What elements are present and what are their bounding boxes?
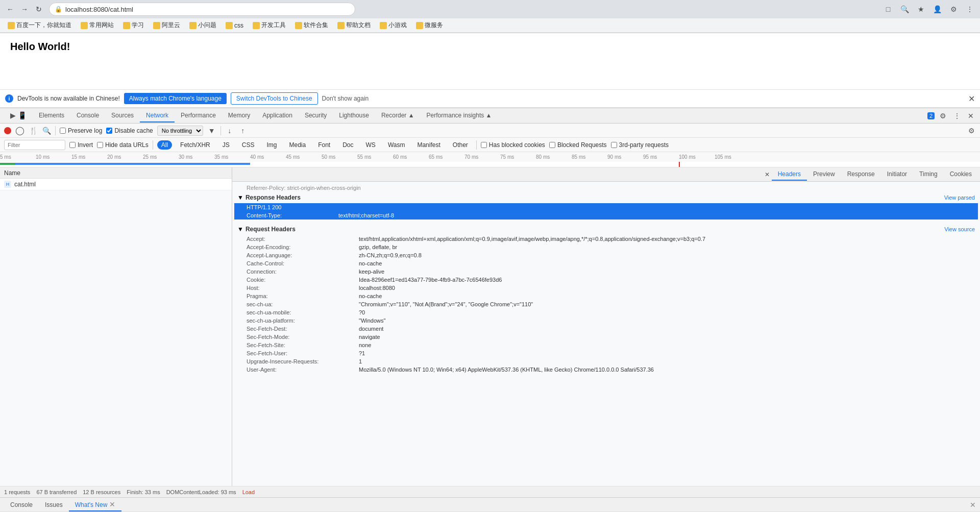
response-tab-preview[interactable]: Preview [807,168,841,181]
tab-network[interactable]: Network [140,109,175,123]
filter-ws[interactable]: WS [362,140,380,150]
devtools-tabs: ▶ 📱 Elements Console Sources Network Per… [0,108,980,124]
address-bar[interactable]: 🔒 localhost:8080/cat.html [49,3,355,16]
filter-wasm[interactable]: Wasm [384,140,409,150]
back-button[interactable]: ← [4,3,16,15]
menu-icon[interactable]: ⋮ [964,3,976,15]
settings-icon[interactable]: ⚙ [938,111,948,121]
bookmark-microservice[interactable]: 微服务 [413,20,446,31]
has-blocked-checkbox[interactable] [481,142,487,148]
bottom-tab-whats-new[interactable]: What's New ✕ [69,498,121,511]
bookmark-common[interactable]: 常用网站 [78,20,116,31]
close-bottom-icon[interactable]: ✕ [970,501,976,509]
response-tab-cookies[interactable]: Cookies [944,168,978,181]
badge-icon[interactable]: 2 [927,112,935,119]
third-party-label[interactable]: 3rd-party requests [611,141,669,149]
hide-data-urls-checkbox[interactable] [97,142,103,148]
filter-other[interactable]: Other [449,140,472,150]
disable-cache-label[interactable]: Disable cache [106,127,153,134]
more-icon[interactable]: ⋮ [951,111,963,121]
response-tab-response[interactable]: Response [841,168,881,181]
filter-fetch-xhr[interactable]: Fetch/XHR [176,140,214,150]
bookmark-software[interactable]: 软件合集 [292,20,331,31]
switch-chinese-button[interactable]: Switch DevTools to Chinese [231,92,318,105]
zoom-icon[interactable]: 🔍 [898,3,911,15]
devtools-panel: ▶ 📱 Elements Console Sources Network Per… [0,108,980,497]
inspect-icon[interactable]: ▶ [10,111,16,119]
filter-input[interactable] [4,140,65,150]
bookmark-study[interactable]: 学习 [120,20,146,31]
throttle-settings-icon[interactable]: ▼ [207,126,216,135]
filter-media[interactable]: Media [285,140,310,150]
view-parsed-link[interactable]: View parsed [944,194,975,201]
reload-button[interactable]: ↻ [33,3,45,15]
clear-button[interactable]: ◯ [15,126,24,135]
tab-performance[interactable]: Performance [175,109,222,123]
response-tab-initiator[interactable]: Initiator [881,168,913,181]
bookmark-issues[interactable]: 小问题 [187,20,219,31]
response-tab-headers[interactable]: Headers [772,168,807,181]
filter-all[interactable]: All [157,140,172,150]
tab-lighthouse[interactable]: Lighthouse [333,109,375,123]
response-headers-section[interactable]: ▼ Response Headers View parsed [234,192,978,203]
bottom-tab-console[interactable]: Console [4,499,39,510]
record-button[interactable] [4,127,11,134]
preserve-log-label[interactable]: Preserve log [60,127,102,134]
profile-icon[interactable]: 👤 [931,3,943,15]
bookmark-help[interactable]: 帮助文档 [335,20,373,31]
dont-show-again-button[interactable]: Don't show again [322,95,369,102]
blocked-requests-checkbox[interactable] [549,142,555,148]
notification-close-icon[interactable]: ✕ [968,94,975,104]
import-icon[interactable]: ↓ [225,126,234,135]
blocked-requests-label[interactable]: Blocked Requests [549,141,607,149]
tab-recorder[interactable]: Recorder ▲ [375,109,421,123]
hide-data-urls-label[interactable]: Hide data URLs [97,141,149,149]
network-row-cathtml[interactable]: H cat.html [0,179,232,190]
request-headers-section[interactable]: ▼ Request Headers View source [234,224,978,235]
third-party-checkbox[interactable] [611,142,617,148]
tab-console[interactable]: Console [70,109,105,123]
tab-security[interactable]: Security [299,109,333,123]
filter-font[interactable]: Font [314,140,334,150]
bookmark-baidu[interactable]: 百度一下，你就知道 [5,20,74,31]
filter-manifest[interactable]: Manifest [413,140,444,150]
filter-js[interactable]: JS [218,140,234,150]
filter-icon[interactable]: 🍴 [29,126,38,135]
bookmark-css[interactable]: css [223,21,246,30]
tab-sources[interactable]: Sources [105,109,140,123]
tab-elements[interactable]: Elements [33,109,70,123]
close-devtools-icon[interactable]: ✕ [966,111,976,121]
invert-checkbox[interactable] [69,142,76,148]
extension-icon[interactable]: ⚙ [947,3,960,15]
bookmark-devtools[interactable]: 开发工具 [250,20,288,31]
view-source-link[interactable]: View source [944,226,975,232]
bookmark-games[interactable]: 小游戏 [377,20,409,31]
has-blocked-label[interactable]: Has blocked cookies [481,141,545,149]
disable-cache-checkbox[interactable] [106,128,112,134]
tab-performance-insights[interactable]: Performance insights ▲ [421,109,498,123]
export-icon[interactable]: ↑ [238,126,248,135]
throttle-select[interactable]: No throttling [157,126,203,136]
whats-new-close-icon[interactable]: ✕ [109,500,115,508]
match-language-button[interactable]: Always match Chrome's language [124,93,227,104]
network-settings-icon[interactable]: ⚙ [967,126,976,135]
forward-button[interactable]: → [18,3,31,15]
device-icon[interactable]: 📱 [18,111,27,119]
tab-memory[interactable]: Memory [222,109,256,123]
close-response-icon[interactable]: ✕ [763,169,772,180]
preserve-log-checkbox[interactable] [60,128,66,134]
header-key: sec-ch-ua-platform: [247,318,359,324]
filter-doc[interactable]: Doc [338,140,357,150]
bottom-tab-issues[interactable]: Issues [39,499,69,510]
bookmark-star-icon[interactable]: ★ [915,3,927,15]
cast-icon[interactable]: □ [882,3,894,15]
header-key: Sec-Fetch-Mode: [247,334,359,340]
tab-application[interactable]: Application [256,109,299,123]
response-tab-timing[interactable]: Timing [913,168,944,181]
bookmark-aliyun[interactable]: 阿里云 [151,20,183,31]
filter-img[interactable]: Img [262,140,281,150]
filter-css[interactable]: CSS [238,140,259,150]
invert-label[interactable]: Invert [69,141,93,149]
search-button[interactable]: 🔍 [42,126,51,135]
header-key: Accept-Encoding: [247,244,359,250]
